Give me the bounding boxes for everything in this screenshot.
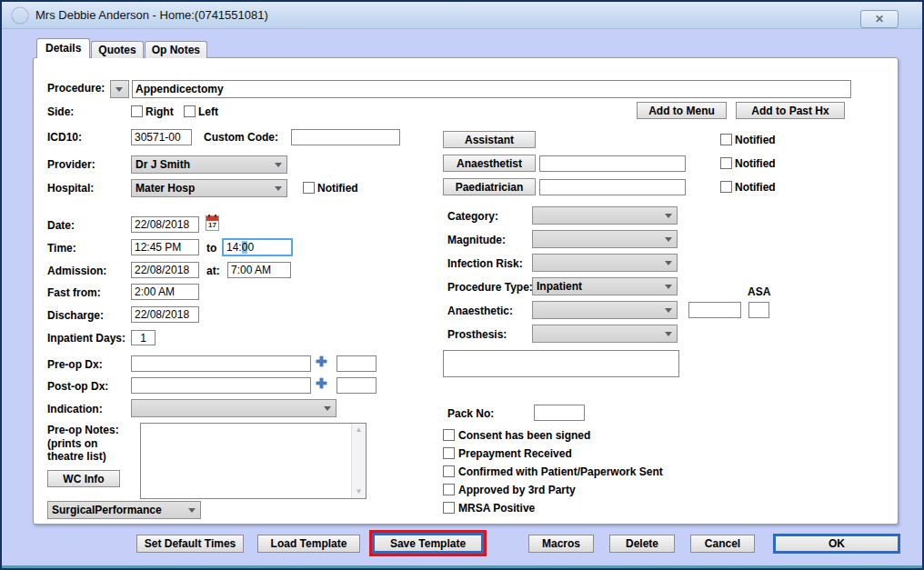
chevron-down-icon (665, 214, 672, 218)
approved-3rd-party-checkbox[interactable] (443, 484, 455, 495)
time-start-input[interactable]: 12:45 PM (131, 239, 199, 255)
preop-dx-add-icon[interactable]: ✚ (316, 355, 327, 368)
procedure-dropdown-button[interactable] (110, 80, 129, 98)
paediatrician-input[interactable] (539, 179, 686, 195)
chevron-down-icon (665, 261, 672, 265)
category-select[interactable] (532, 206, 678, 225)
hospital-value: Mater Hosp (136, 182, 195, 195)
postop-dx-input[interactable] (131, 377, 311, 394)
discharge-input[interactable]: 22/08/2018 (131, 306, 199, 323)
surgical-performance-select[interactable]: SurgicalPerformance (47, 501, 201, 519)
hospital-notified-label: Notified (317, 182, 358, 195)
chevron-down-icon (116, 87, 123, 92)
confirmed-paperwork-label: Confirmed with Patient/Paperwork Sent (458, 465, 663, 478)
ok-button[interactable]: OK (773, 534, 900, 554)
assistant-button[interactable]: Assistant (443, 131, 536, 148)
macros-button[interactable]: Macros (528, 535, 594, 553)
anaesthetic-extra-input[interactable] (688, 302, 741, 318)
consent-signed-label: Consent has been signed (458, 429, 590, 442)
postop-dx-add-icon[interactable]: ✚ (316, 376, 327, 390)
custom-code-input[interactable] (291, 129, 400, 145)
consent-signed-checkbox[interactable] (443, 429, 455, 441)
add-to-menu-button[interactable]: Add to Menu (637, 102, 727, 119)
chevron-down-icon (665, 332, 672, 336)
admission-at-label: at: (206, 265, 220, 277)
infection-risk-select[interactable] (532, 254, 678, 272)
window-title: Mrs Debbie Anderson - Home:(0741551081) (35, 8, 268, 22)
procedure-type-label: Procedure Type: (447, 281, 533, 294)
calendar-icon[interactable]: 17 (206, 215, 219, 231)
admission-date-input[interactable]: 22/08/2018 (131, 262, 199, 278)
fast-from-input[interactable]: 2:00 AM (131, 284, 199, 300)
prepayment-received-checkbox[interactable] (443, 447, 455, 459)
fast-from-label: Fast from: (47, 286, 101, 299)
time-end-input[interactable]: 14:00 (222, 238, 293, 256)
tab-op-notes[interactable]: Op Notes (145, 41, 207, 58)
procedure-type-select[interactable]: Inpatient (532, 277, 678, 295)
procedure-notes-box[interactable] (443, 350, 679, 377)
provider-label: Provider: (47, 158, 95, 171)
add-to-past-hx-button[interactable]: Add to Past Hx (736, 102, 845, 119)
close-button[interactable]: ✕ (860, 10, 899, 28)
chevron-down-icon (275, 186, 282, 191)
time-end-text: 0 (247, 241, 254, 254)
tab-strip: Details Quotes Op Notes (36, 38, 208, 58)
magnitude-select[interactable] (532, 230, 678, 248)
preop-notes-scrollbar[interactable]: ▲ ▼ (351, 424, 366, 498)
details-panel: Procedure: Appendicectomy Side: Right Le… (33, 57, 899, 525)
anaesthetist-button[interactable]: Anaesthetist (443, 155, 536, 172)
indication-label: Indication: (47, 403, 103, 415)
assistant-notified-checkbox[interactable] (720, 134, 732, 145)
wc-info-button[interactable]: WC Info (47, 470, 120, 487)
postop-dx-code-input[interactable] (336, 377, 377, 394)
asa-label: ASA (748, 285, 770, 298)
anaesthetist-input[interactable] (539, 155, 686, 172)
delete-button[interactable]: Delete (609, 535, 675, 553)
indication-select[interactable] (131, 399, 336, 417)
paediatrician-notified-checkbox[interactable] (720, 181, 732, 193)
icd10-label: ICD10: (47, 131, 82, 144)
preop-dx-code-input[interactable] (336, 355, 377, 372)
hospital-notified-checkbox[interactable] (303, 182, 315, 194)
anaesthetist-notified-checkbox[interactable] (720, 157, 732, 169)
side-right-checkbox[interactable] (131, 105, 143, 117)
calendar-icon-day: 17 (206, 221, 218, 230)
asa-input[interactable] (748, 302, 769, 318)
anaesthetic-label: Anaesthetic: (447, 305, 513, 317)
time-end-text: 14: (226, 241, 242, 254)
title-bar[interactable]: Mrs Debbie Anderson - Home:(0741551081) … (2, 2, 922, 29)
assistant-notified-label: Notified (735, 134, 776, 146)
confirmed-paperwork-checkbox[interactable] (443, 465, 455, 477)
icd10-input[interactable]: 30571-00 (131, 129, 192, 145)
prosthesis-select[interactable] (532, 325, 678, 343)
scroll-down-icon[interactable]: ▼ (352, 485, 366, 498)
paediatrician-button[interactable]: Paediatrician (443, 178, 536, 195)
inpatient-days-input[interactable]: 1 (131, 330, 156, 345)
load-template-button[interactable]: Load Template (257, 535, 360, 553)
save-template-button[interactable]: Save Template (372, 533, 484, 554)
admission-label: Admission: (47, 265, 106, 277)
tab-details[interactable]: Details (36, 38, 90, 58)
hospital-select[interactable]: Mater Hosp (131, 179, 287, 197)
pack-no-input[interactable] (534, 405, 585, 421)
preop-notes-textarea[interactable]: ▲ ▼ (140, 423, 367, 499)
procedure-label: Procedure: (47, 82, 105, 95)
scroll-up-icon[interactable]: ▲ (352, 424, 366, 436)
cancel-button[interactable]: Cancel (690, 535, 755, 553)
preop-notes-sub2: theatre list) (47, 450, 106, 463)
provider-select[interactable]: Dr J Smith (131, 155, 287, 174)
chevron-down-icon (665, 237, 672, 242)
procedure-input[interactable]: Appendicectomy (132, 80, 851, 98)
mrsa-positive-checkbox[interactable] (443, 502, 455, 514)
side-left-checkbox[interactable] (184, 105, 196, 117)
side-right-label: Right (146, 105, 174, 118)
app-icon (12, 7, 28, 24)
admission-time-input[interactable]: 7:00 AM (227, 262, 291, 278)
preop-dx-input[interactable] (131, 355, 311, 372)
anaesthetic-select[interactable] (532, 301, 678, 319)
tab-quotes[interactable]: Quotes (91, 41, 143, 58)
pack-no-label: Pack No: (447, 407, 494, 420)
date-input[interactable]: 22/08/2018 (131, 216, 199, 233)
prosthesis-label: Prosthesis: (447, 328, 507, 341)
set-default-times-button[interactable]: Set Default Times (136, 535, 244, 553)
